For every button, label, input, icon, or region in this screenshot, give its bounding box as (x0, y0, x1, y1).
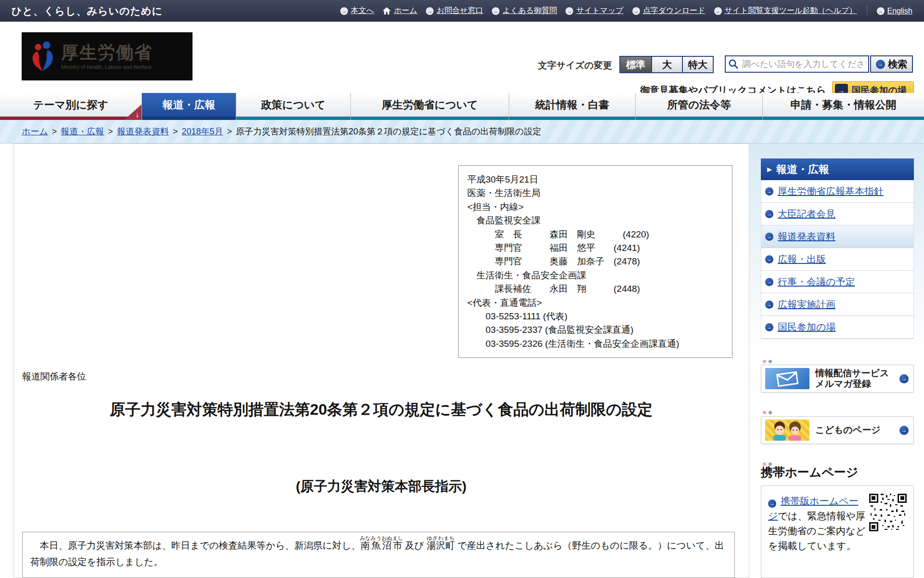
logo-text: 厚生労働省 Ministry of Health, Labour and Wel… (61, 43, 153, 70)
global-nav: テーマ別に探す 報道・広報 政策について 厚生労働省について 統計情報・白書 所… (0, 93, 924, 120)
top-utility-links: 本文へ ホーム お問合せ窓口 よくある御質問 サイトマップ (340, 6, 912, 16)
site-header: 厚生労働省 Ministry of Health, Labour and Wel… (0, 22, 924, 93)
arrow-icon (492, 7, 500, 15)
sidebar-item-events-schedule[interactable]: 行事・会議の予定 (761, 271, 913, 293)
arrow-icon (340, 7, 348, 15)
link-braille-download[interactable]: 点字ダウンロード (632, 6, 706, 16)
font-size-xlarge-button[interactable]: 特大 (682, 57, 713, 72)
sidebar-item-pr-publishing[interactable]: 広報・出版 (761, 248, 913, 271)
arrow-icon (899, 374, 909, 383)
font-size-standard-button[interactable]: 標準 (620, 57, 651, 72)
arrow-icon (565, 7, 573, 15)
sidebar-item-pr-policy[interactable]: 厚生労働省広報基本指針 (761, 180, 913, 203)
arrow-icon (765, 301, 773, 309)
main-content: 平成30年5月21日 医薬・生活衛生局 <担当・内線> 食品監視安全課 室 長 … (13, 144, 749, 578)
mhlw-logo[interactable]: 厚生労働省 Ministry of Health, Labour and Wel… (22, 32, 192, 80)
arrow-icon (632, 7, 640, 15)
search-icon (728, 59, 739, 71)
site-search: 検索 (725, 55, 913, 73)
link-english[interactable]: English (877, 7, 912, 15)
tab-about-mhlw[interactable]: 厚生労働省について (351, 93, 509, 120)
site-tagline: ひと、くらし、みらいのために (12, 4, 163, 18)
sidebar-menu: 厚生労働省広報基本指針 大臣記者会見 報道発表資料 広報・出版 行事・会議の予定… (761, 180, 914, 339)
search-button[interactable]: 検索 (870, 55, 913, 73)
sidebar-press-pr: 報道・広報 厚生労働省広報基本指針 大臣記者会見 報道発表資料 広報・出版 行事… (761, 158, 914, 339)
announcement-body-box: 本日、原子力災害対策本部は、昨日までの検査結果等から、新潟県に対し、南魚沼市みな… (22, 532, 735, 578)
logo-title: 厚生労働省 (61, 43, 153, 62)
tab-press-pr[interactable]: 報道・広報 (142, 93, 236, 120)
link-accessibility-tool[interactable]: サイト閲覧支援ツール起動（ヘルプ） (714, 6, 857, 16)
sidebar-item-minister-press[interactable]: 大臣記者会見 (761, 203, 913, 225)
logo-subtitle: Ministry of Health, Labour and Welfare (61, 64, 153, 70)
breadcrumb-2018-may[interactable]: 2018年5月 (181, 126, 223, 137)
sidebar-header: 報道・広報 (761, 158, 914, 180)
decorative-dots (763, 407, 774, 416)
font-size-switcher: 標準 大 特大 (619, 56, 714, 73)
divider (867, 6, 867, 16)
ruby-yuzawa: 湯沢町ゆざわまち (427, 540, 455, 551)
mailmag-banner-label: 情報配信サービス メルマガ登録 (815, 368, 894, 389)
sidebar-item-press-releases[interactable]: 報道発表資料 (761, 225, 913, 248)
breadcrumb-press-pr[interactable]: 報道・広報 (61, 126, 104, 137)
link-contact[interactable]: お問合せ窓口 (426, 6, 483, 16)
font-size-large-button[interactable]: 大 (651, 57, 682, 72)
breadcrumb-separator: > (52, 127, 57, 137)
kids-banner-label: こどものページ (815, 425, 894, 435)
breadcrumb-separator: > (173, 127, 178, 137)
body-text-part2: 及び (402, 540, 426, 551)
mobile-homepage-description: では、緊急情報や厚生労働省のご案内などを掲載しています。 (768, 511, 865, 551)
ruby-minamiuonuma: 南魚沼市みなみうおぬまし (360, 540, 402, 551)
arrow-icon (876, 60, 885, 69)
arrow-icon (768, 499, 776, 508)
arrow-icon (765, 210, 773, 218)
envelope-icon (765, 368, 809, 389)
tab-statistics[interactable]: 統計情報・白書 (509, 93, 636, 120)
page-title: 原子力災害対策特別措置法第20条第２項の規定に基づく食品の出荷制限の設定 (13, 399, 749, 420)
tab-laws[interactable]: 所管の法令等 (636, 93, 763, 120)
mhlw-page: ひと、くらし、みらいのために 本文へ ホーム お問合せ窓口 よくある御質問 (0, 0, 924, 578)
link-sitemap[interactable]: サイトマップ (565, 6, 623, 16)
breadcrumb-separator: > (108, 127, 113, 137)
search-input[interactable] (725, 55, 869, 73)
font-size-label: 文字サイズの変更 (538, 59, 612, 72)
arrow-icon (426, 7, 434, 15)
arrow-icon (765, 278, 773, 286)
top-utility-bar: ひと、くらし、みらいのために 本文へ ホーム お問合せ窓口 よくある御質問 (0, 0, 924, 22)
press-contact-box: 平成30年5月21日 医薬・生活衛生局 <担当・内線> 食品監視安全課 室 長 … (458, 165, 732, 358)
home-icon (383, 7, 391, 14)
breadcrumb-current: 原子力災害対策特別措置法第20条第２項の規定に基づく食品の出荷制限の設定 (236, 126, 541, 137)
mhlw-heart-figures-icon (28, 40, 56, 73)
link-faq[interactable]: よくある御質問 (492, 6, 557, 16)
kids-icon (765, 420, 809, 441)
link-home[interactable]: ホーム (383, 6, 417, 16)
mobile-homepage-heading: 携帯ホームページ (761, 464, 858, 480)
search-button-label: 検索 (888, 58, 907, 71)
chevron-down-icon (124, 105, 141, 120)
decorative-dots (763, 356, 774, 365)
tab-policies[interactable]: 政策について (236, 93, 351, 120)
salutation: 報道関係者各位 (22, 370, 86, 383)
qr-code (869, 494, 907, 531)
arrow-icon (714, 7, 722, 15)
arrow-icon (765, 187, 773, 196)
tab-applications[interactable]: 申請・募集・情報公開 (763, 93, 924, 120)
mobile-homepage-box: 携帯版ホームページでは、緊急情報や厚生労働省のご案内などを掲載しています。 (761, 486, 914, 578)
sidebar-item-pr-plan[interactable]: 広報実施計画 (761, 293, 913, 316)
arrow-icon (877, 7, 885, 15)
arrow-icon (899, 426, 909, 435)
link-main-content[interactable]: 本文へ (340, 6, 374, 16)
breadcrumb-separator: > (227, 127, 232, 137)
mailmag-banner[interactable]: 情報配信サービス メルマガ登録 (761, 365, 914, 393)
arrow-icon (765, 233, 773, 241)
body-text-part1: 本日、原子力災害対策本部は、昨日までの検査結果等から、新潟県に対し、 (30, 540, 360, 551)
breadcrumb-press-releases[interactable]: 報道発表資料 (117, 126, 169, 137)
breadcrumb-home[interactable]: ホーム (22, 126, 48, 137)
arrow-icon (765, 323, 773, 331)
arrow-icon (765, 255, 773, 263)
sidebar-item-public-participation[interactable]: 国民参加の場 (761, 316, 913, 339)
breadcrumb: ホーム > 報道・広報 > 報道発表資料 > 2018年5月 > 原子力災害対策… (0, 120, 924, 144)
page-subtitle: (原子力災害対策本部長指示) (13, 477, 749, 496)
tab-theme-search[interactable]: テーマ別に探す (0, 93, 142, 120)
kids-page-banner[interactable]: こどものページ (761, 416, 914, 444)
search-box (725, 55, 869, 73)
